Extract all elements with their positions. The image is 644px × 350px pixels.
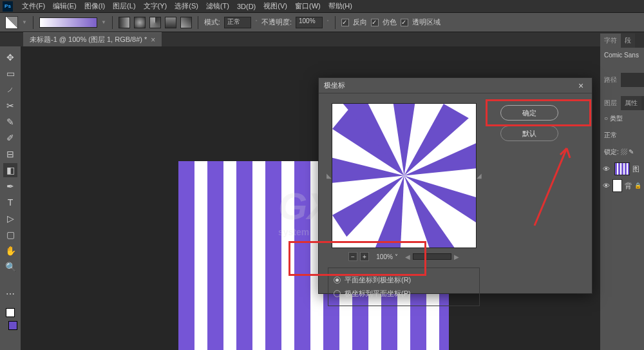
radio-polar-to-rect[interactable]: 极坐标到平面坐标(P) [334, 287, 474, 300]
reverse-checkbox[interactable] [341, 19, 349, 26]
layer-thumbnail[interactable] [612, 179, 622, 192]
layer-name: 图 [632, 164, 639, 174]
fg-color-swatch[interactable] [8, 321, 17, 330]
transparency-checkbox[interactable] [401, 19, 408, 26]
mode-label: 模式: [204, 17, 220, 27]
layer-row[interactable]: 👁 背 🔒 [600, 177, 644, 194]
hand-tool[interactable]: ✋ [3, 244, 17, 258]
menu-image[interactable]: 图像(I) [80, 0, 109, 12]
triangle-left-icon: ◣ [327, 172, 332, 179]
gradient-diamond-button[interactable] [180, 17, 192, 28]
zoom-value[interactable]: 100% ˅ [372, 253, 402, 260]
radio-rect-to-polar[interactable]: 平面坐标到极坐标(R) [334, 273, 474, 287]
divider [198, 16, 198, 29]
radio-icon[interactable] [334, 290, 341, 297]
divider [112, 16, 113, 29]
bg-color-swatch[interactable] [6, 308, 15, 317]
chevron-down-icon[interactable]: ▼ [101, 19, 106, 25]
tab-paths[interactable]: 路径 [600, 73, 621, 87]
transparency-label: 透明区域 [412, 17, 440, 27]
options-bar: ▼ ▼ 模式: 正常 ˅ 不透明度: 100% ˅ 反向 仿色 透明区域 [0, 13, 644, 32]
reverse-label: 反向 [353, 17, 367, 27]
pen-tool[interactable]: ✒ [3, 179, 17, 193]
dither-checkbox[interactable] [371, 19, 379, 26]
chevron-down-icon[interactable]: ˅ [327, 19, 329, 25]
divider [335, 16, 336, 29]
layer-name: 背 [625, 181, 632, 191]
visibility-icon[interactable]: 👁 [603, 165, 612, 173]
close-icon[interactable]: × [151, 35, 155, 44]
right-panels: 字符 段 Comic Sans 路径 图层 属性 ○ 类型 正常 锁定: ▨ ✎… [600, 34, 644, 350]
dialog-titlebar[interactable]: 极坐标 × [319, 78, 592, 93]
opacity-input[interactable]: 100% [296, 17, 323, 28]
radio-label: 平面坐标到极坐标(R) [345, 275, 411, 285]
visibility-icon[interactable]: 👁 [603, 182, 610, 190]
menu-layer[interactable]: 图层(L) [109, 0, 139, 12]
menubar: Ps 文件(F) 编辑(E) 图像(I) 图层(L) 文字(Y) 选择(S) 滤… [0, 0, 644, 13]
color-swatches[interactable] [6, 308, 15, 326]
crop-tool[interactable]: ✂ [3, 99, 17, 113]
menu-file[interactable]: 文件(F) [18, 0, 49, 12]
tab-paragraph[interactable]: 段 [621, 34, 635, 48]
default-button[interactable]: 默认 [500, 126, 558, 141]
opacity-label: 不透明度: [261, 17, 292, 27]
document-tab-title: 未标题-1 @ 100% (图层 1, RGB/8#) * [30, 35, 147, 44]
menu-edit[interactable]: 编辑(E) [49, 0, 80, 12]
close-icon[interactable]: × [575, 80, 587, 92]
lock-icon: 🔒 [634, 182, 641, 189]
zoom-tool[interactable]: 🔍 [3, 260, 17, 274]
menu-help[interactable]: 帮助(H) [325, 0, 356, 12]
layer-row[interactable]: 👁 图 [600, 160, 644, 177]
gradient-reflected-button[interactable] [165, 17, 176, 28]
filter-preview[interactable] [332, 103, 477, 248]
mode-select[interactable]: 正常 [224, 17, 251, 28]
scrub-bar[interactable] [413, 253, 451, 260]
shape-tool[interactable]: ▢ [3, 228, 17, 242]
tab-layers[interactable]: 图层 [600, 96, 621, 110]
chevron-down-icon[interactable]: ▼ [22, 19, 27, 25]
triangle-right-icon: ◢ [477, 172, 482, 179]
tool-preset-button[interactable] [5, 16, 18, 29]
move-tool[interactable]: ✥ [3, 50, 17, 64]
menu-select[interactable]: 选择(S) [171, 0, 202, 12]
layer-kind-label: ○ 类型 [600, 110, 644, 127]
radio-label: 极坐标到平面坐标(P) [345, 289, 411, 298]
play-right-icon[interactable]: ▶ [454, 253, 459, 260]
blend-mode-select[interactable]: 正常 [600, 127, 644, 144]
menu-3d[interactable]: 3D(D) [233, 1, 260, 12]
eyedropper-tool[interactable]: ✎ [3, 115, 17, 129]
sunburst-preview [332, 103, 476, 248]
gradient-angle-button[interactable] [149, 17, 161, 28]
menu-window[interactable]: 窗口(W) [291, 0, 325, 12]
menu-type[interactable]: 文字(Y) [140, 0, 171, 12]
chevron-down-icon[interactable]: ˅ [255, 19, 258, 25]
radio-icon[interactable] [334, 277, 341, 284]
type-tool[interactable]: T [3, 195, 17, 209]
gradient-tool[interactable]: ◧ [3, 163, 17, 177]
font-select[interactable]: Comic Sans [600, 48, 644, 63]
layer-thumbnail[interactable] [614, 162, 630, 175]
document-tab[interactable]: 未标题-1 @ 100% (图层 1, RGB/8#) * × [23, 32, 162, 46]
lock-controls: 锁定: ▨ ✎ [600, 144, 644, 160]
tab-character[interactable]: 字符 [600, 34, 621, 48]
menu-filter[interactable]: 滤镜(T) [202, 0, 233, 12]
stamp-tool[interactable]: ⊟ [3, 147, 17, 161]
ok-button[interactable]: 确定 [500, 105, 558, 121]
brush-tool[interactable]: ✐ [3, 131, 17, 145]
gradient-radial-button[interactable] [134, 17, 146, 28]
conversion-options: 平面坐标到极坐标(R) 极坐标到平面坐标(P) [328, 267, 480, 306]
zoom-in-button[interactable]: + [360, 252, 369, 261]
menu-view[interactable]: 视图(V) [260, 0, 291, 12]
dialog-title: 极坐标 [324, 81, 345, 90]
lasso-tool[interactable]: ⟋ [3, 83, 17, 97]
marquee-tool[interactable]: ▭ [3, 66, 17, 81]
play-left-icon[interactable]: ◀ [405, 253, 410, 260]
more-tools-icon[interactable]: ⋯ [3, 287, 17, 301]
gradient-picker[interactable] [39, 17, 97, 28]
gradient-linear-button[interactable] [118, 17, 130, 28]
document-tabs: 未标题-1 @ 100% (图层 1, RGB/8#) * × [0, 32, 644, 46]
tools-panel: ✥ ▭ ⟋ ✂ ✎ ✐ ⊟ ◧ ✒ T ▷ ▢ ✋ 🔍 ⋯ [0, 46, 21, 350]
tab-properties[interactable]: 属性 [621, 96, 641, 110]
path-tool[interactable]: ▷ [3, 211, 17, 226]
zoom-out-button[interactable]: − [348, 252, 357, 261]
